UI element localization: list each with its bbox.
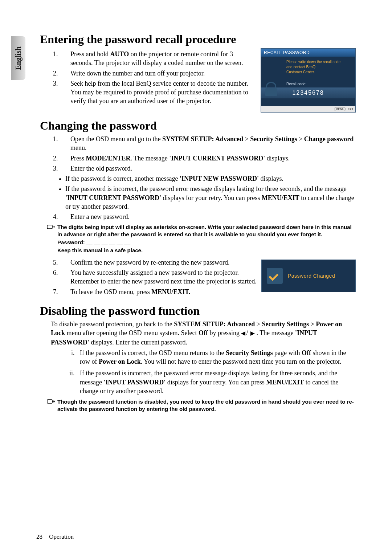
- list-item: If the password is incorrect, the passwo…: [65, 184, 356, 211]
- language-tab: English: [11, 36, 25, 80]
- section2-steps-a: Open the OSD menu and go to the SYSTEM S…: [60, 135, 356, 173]
- list-item: Open the OSD menu and go to the SYSTEM S…: [60, 135, 356, 152]
- section1-body: Press and hold AUTO on the projector or …: [51, 48, 356, 113]
- svg-marker-2: [250, 331, 255, 336]
- menu-button-hint: MENU: [334, 107, 346, 111]
- list-item: Write down the number and turn off your …: [60, 69, 257, 78]
- manual-page: English Entering the password recall pro…: [0, 0, 392, 555]
- heading-recall: Entering the password recall procedure: [40, 33, 356, 46]
- section2-body: Open the OSD menu and go to the SYSTEM S…: [51, 135, 356, 221]
- left-arrow-icon: [241, 329, 246, 338]
- section2-bullets: If the password is correct, another mess…: [65, 174, 356, 211]
- section2-step4: Enter a new password.: [60, 212, 356, 221]
- right-arrow-icon: [250, 329, 255, 338]
- footer-section: Operation: [49, 533, 74, 540]
- list-item: Enter a new password.: [60, 212, 356, 221]
- list-item: Enter the old password.: [60, 164, 356, 173]
- section2-steps-b: Confirm the new password by re-entering …: [60, 258, 258, 296]
- heading-change: Changing the password: [40, 119, 356, 132]
- osd-password-changed: Password Changed: [261, 260, 356, 292]
- osd-recall-password: RECALL PASSWORD Please write down the re…: [261, 48, 356, 113]
- list-item: If the password is incorrect, the passwo…: [76, 369, 356, 395]
- osd-message: Please write down the recall code, and c…: [286, 60, 352, 75]
- list-item: Press and hold AUTO on the projector or …: [60, 50, 257, 68]
- svg-rect-3: [47, 400, 52, 403]
- note-block-2: Though the password function is disabled…: [49, 398, 356, 413]
- list-item: If the password is correct, another mess…: [65, 174, 356, 183]
- svg-rect-0: [47, 225, 52, 229]
- note-icon: [46, 399, 55, 407]
- note-icon: [46, 224, 55, 232]
- section3-intro: To disable password protection, go back …: [51, 320, 356, 347]
- page-number: 28: [36, 533, 42, 540]
- checkmark-icon: [267, 268, 283, 284]
- section3-roman: If the password is correct, the OSD menu…: [76, 348, 356, 395]
- language-label: English: [14, 46, 23, 70]
- osd-changed-text: Password Changed: [288, 273, 335, 279]
- osd-footer-text: Exit: [348, 107, 353, 111]
- page-footer: 28 Operation: [36, 533, 74, 540]
- section1-steps: Press and hold AUTO on the projector or …: [60, 50, 257, 106]
- osd-title: RECALL PASSWORD: [261, 49, 355, 57]
- list-item: You have successfully assigned a new pas…: [60, 268, 258, 286]
- list-item: To leave the OSD menu, press MENU/EXIT.: [60, 287, 258, 296]
- heading-disable: Disabling the password function: [40, 304, 356, 318]
- note-block-1: The digits being input will display as a…: [49, 224, 356, 254]
- section3-body: To disable password protection, go back …: [51, 320, 356, 395]
- osd-footer: MENU Exit: [261, 106, 355, 112]
- lock-icon: [265, 82, 278, 97]
- list-item: Confirm the new password by re-entering …: [60, 258, 258, 267]
- osd-code-label: Recall code:: [286, 82, 352, 86]
- svg-marker-1: [241, 331, 245, 336]
- list-item: If the password is correct, the OSD menu…: [76, 348, 356, 366]
- list-item: Press MODE/ENTER. The message 'INPUT CUR…: [60, 154, 356, 163]
- list-item: Seek help from the local BenQ service ce…: [60, 79, 257, 106]
- section2-steps-b-row: Confirm the new password by re-entering …: [51, 257, 356, 298]
